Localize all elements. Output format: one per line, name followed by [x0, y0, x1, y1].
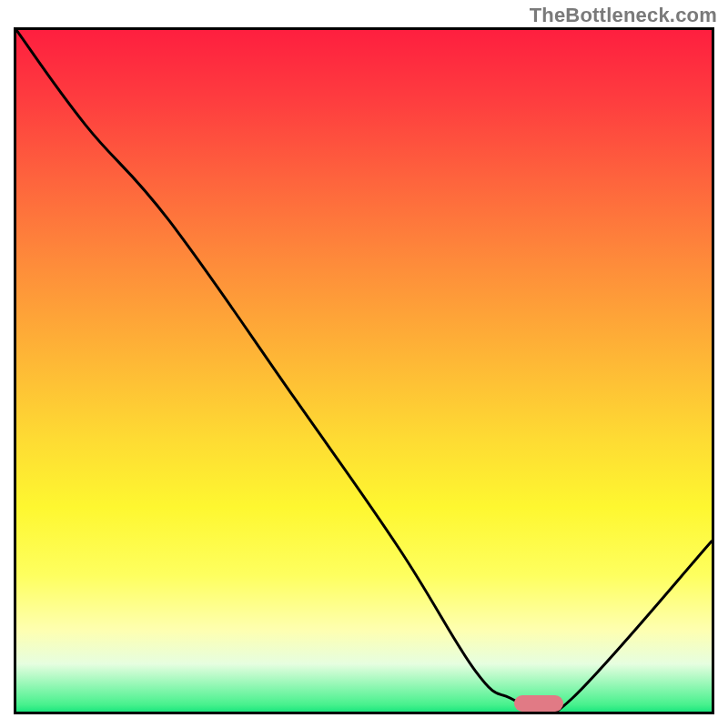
chart-container: TheBottleneck.com	[0, 0, 728, 728]
watermark-text: TheBottleneck.com	[530, 4, 717, 27]
plot-area	[14, 27, 714, 714]
optimal-region-marker	[514, 695, 563, 712]
bottleneck-curve	[16, 30, 712, 712]
